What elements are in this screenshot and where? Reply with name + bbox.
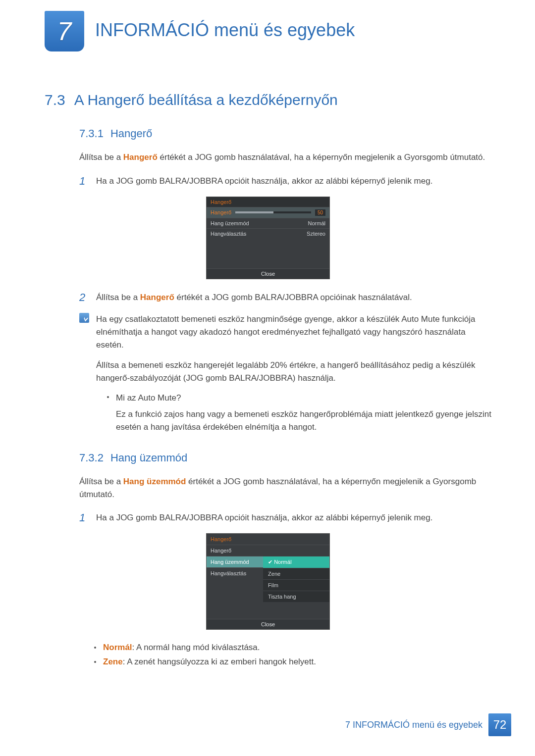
osd-row-volume: Hangerő (207, 545, 329, 556)
subsection-number: 7.3.1 (79, 127, 104, 140)
section-7-3-2-heading: 7.3.2 Hang üzemmód (79, 452, 491, 464)
step-number: 1 (79, 175, 88, 188)
step-number: 1 (79, 511, 88, 524)
note-bullet-question: Mi az Auto Mute? (116, 393, 181, 403)
section-number: 7.3 (45, 92, 65, 108)
osd-volume-panel: Hangerő Hangerő 50 Hang üzemmód Normál H… (206, 197, 330, 279)
bullet-dot-icon (94, 647, 96, 649)
osd-volume-bar (235, 211, 311, 213)
osd-label: Hang üzemmód (211, 220, 249, 226)
chapter-title: INFORMÁCIÓ menü és egyebek (95, 20, 355, 41)
note-para-2: Állítsa a bemeneti eszköz hangerejét leg… (96, 359, 491, 385)
step-text: Ha a JOG gomb BALRA/JOBBRA opcióit haszn… (96, 175, 491, 188)
osd-value: Sztereo (307, 231, 325, 237)
bullet-dot-icon (107, 396, 109, 398)
osd-option-music[interactable]: Zene (263, 568, 329, 579)
chapter-number: 7 (57, 16, 72, 46)
step-1: 1 Ha a JOG gomb BALRA/JOBBRA opcióit has… (79, 175, 491, 188)
list-item: Zene: A zenét hangsúlyozza ki az emberi … (94, 655, 491, 669)
description-list: Normál: A normál hang mód kiválasztása. … (94, 641, 491, 669)
osd-header: Hangerő (207, 197, 329, 207)
osd-option-movie[interactable]: Film (263, 579, 329, 591)
section-7-3-heading: 7.3 A Hangerő beállítása a kezdőképernyő… (45, 92, 491, 108)
note-icon (79, 313, 89, 323)
section-title: A Hangerő beállítása a kezdőképernyőn (74, 92, 338, 108)
page-footer: 7 INFORMÁCIÓ menü és egyebek 72 (0, 713, 535, 736)
page-content: 7.3 A Hangerő beállítása a kezdőképernyő… (45, 92, 491, 669)
page-number-badge: 72 (488, 713, 511, 736)
step-text: Ha a JOG gomb BALRA/JOBBRA opcióit haszn… (96, 511, 491, 524)
subsection-title: Hang üzemmód (110, 452, 187, 464)
bullet-dot-icon (94, 661, 96, 663)
osd-close-button[interactable]: Close (207, 268, 329, 279)
note-bullet-answer: Ez a funkció zajos hang vagy a bemeneti … (116, 408, 491, 434)
step-2: 2 Állítsa be a Hangerő értékét a JOG gom… (79, 291, 491, 304)
osd-row-sound-mode: Hang üzemmód (207, 556, 263, 567)
osd-options-list: Normál Zene Film Tiszta hang (263, 556, 329, 602)
list-item: Normál: A normál hang mód kiválasztása. (94, 641, 491, 655)
osd-option-normal[interactable]: Normál (263, 556, 329, 568)
note-body: Ha egy csatlakoztatott bemeneti eszköz h… (96, 313, 491, 437)
osd-value: Normál (308, 220, 325, 226)
section-7-3-1-heading: 7.3.1 Hangerő (79, 127, 491, 140)
step-1: 1 Ha a JOG gomb BALRA/JOBBRA opcióit has… (79, 511, 491, 524)
note-bullet: Mi az Auto Mute? Ez a funkció zajos hang… (107, 392, 491, 434)
note-para-1: Ha egy csatlakoztatott bemeneti eszköz h… (96, 313, 491, 352)
step-text: Állítsa be a Hangerő értékét a JOG gomb … (96, 291, 491, 304)
subsection-title: Hangerő (110, 127, 152, 140)
osd-label: Hangerő (211, 209, 231, 215)
note-block: Ha egy csatlakoztatott bemeneti eszköz h… (79, 313, 491, 437)
subsection-number: 7.3.2 (79, 452, 104, 464)
osd-row-sound-mode: Hang üzemmód Normál (207, 218, 329, 228)
intro-paragraph: Állítsa be a Hangerő értékét a JOG gomb … (79, 151, 491, 164)
step-number: 2 (79, 291, 88, 304)
osd-row-sound-select: Hangválasztás Sztereo (207, 228, 329, 239)
chapter-number-badge: 7 (45, 11, 84, 51)
osd-option-clear-voice[interactable]: Tiszta hang (263, 591, 329, 602)
osd-close-button[interactable]: Close (207, 619, 329, 629)
osd-row-volume: Hangerő 50 (207, 207, 329, 218)
osd-row-sound-select: Hangválasztás (207, 567, 263, 579)
intro-paragraph: Állítsa be a Hang üzemmód értékét a JOG … (79, 475, 491, 501)
osd-label: Hangválasztás (211, 231, 246, 237)
osd-volume-value: 50 (315, 209, 325, 216)
osd-sound-mode-panel: Hangerő Hangerő Hang üzemmód Hangválaszt… (206, 533, 330, 630)
osd-header: Hangerő (207, 534, 329, 545)
footer-chapter-text: 7 INFORMÁCIÓ menü és egyebek (345, 720, 482, 730)
